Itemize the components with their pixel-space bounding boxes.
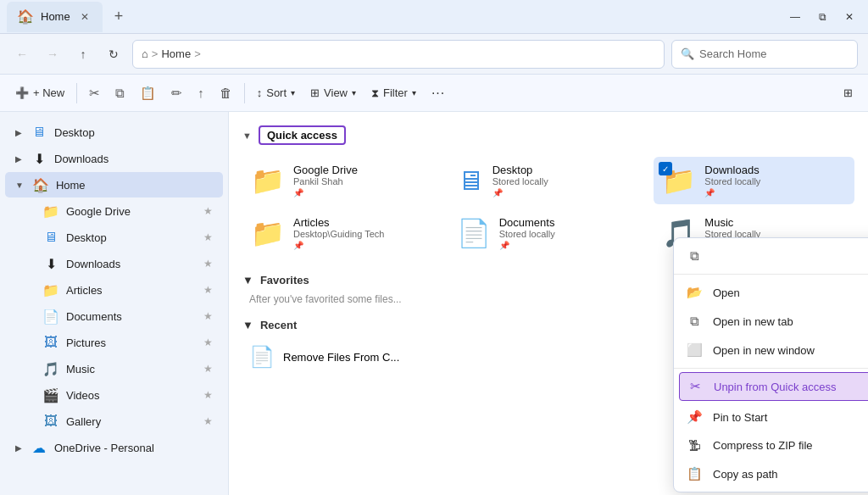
favorites-label: Favorites — [260, 274, 309, 286]
cm-open-icon: 📂 — [686, 285, 703, 300]
cm-copy-path[interactable]: 📋 Copy as path Ctrl+Shift+C — [674, 459, 868, 488]
sidebar-item-google-drive[interactable]: 📁 Google Drive ★ — [5, 198, 223, 224]
active-tab[interactable]: 🏠 Home ✕ — [7, 2, 103, 32]
cm-open-new-window[interactable]: ⬜ Open in new window — [674, 336, 868, 364]
tab-home-icon: 🏠 — [17, 8, 34, 25]
cm-open-new-tab[interactable]: ⧉ Open in new tab — [674, 307, 868, 336]
documents-icon: 📄 — [42, 309, 59, 325]
back-button[interactable]: ← — [10, 42, 34, 66]
desktop-info: Desktop Stored locally 📌 — [492, 164, 548, 197]
pin-icon-documents: ★ — [203, 310, 213, 322]
sidebar-item-articles[interactable]: 📁 Articles ★ — [5, 277, 223, 303]
downloads-sidebar-icon: ⬇ — [31, 151, 47, 167]
cm-pin-label: Pin to Start — [713, 411, 868, 424]
cm-top-action[interactable]: ⧉ — [674, 242, 868, 270]
refresh-button[interactable]: ↻ — [102, 42, 125, 66]
sidebar-item-gallery[interactable]: 🖼 Gallery ★ — [5, 409, 223, 434]
sidebar-item-downloads2[interactable]: ⬇ Downloads ★ — [5, 251, 223, 276]
pin-icon-music: ★ — [203, 363, 213, 375]
sidebar-item-onedrive[interactable]: ▶ ☁ OneDrive - Personal — [5, 435, 223, 460]
expand-arrow-desktop: ▶ — [15, 128, 22, 137]
downloads-sub: Stored locally — [704, 176, 760, 186]
sidebar-item-videos[interactable]: 🎬 Videos ★ — [5, 382, 223, 408]
cm-pin-icon: 📌 — [686, 409, 703, 425]
new-button[interactable]: ➕ + New — [8, 80, 71, 107]
paste-button[interactable]: 📋 — [133, 80, 163, 107]
sidebar-item-music[interactable]: 🎵 Music ★ — [5, 356, 223, 381]
videos-icon: 🎬 — [42, 387, 59, 403]
cm-open-label: Open — [713, 286, 868, 299]
folder-articles[interactable]: 📁 Articles Desktop\Guiding Tech 📌 — [242, 209, 443, 257]
sidebar-item-pictures[interactable]: 🖼 Pictures ★ — [5, 330, 223, 355]
forward-button[interactable]: → — [41, 42, 64, 66]
cm-unpin[interactable]: ✂ Unpin from Quick access — [679, 372, 868, 401]
pin-icon-desktop2: ★ — [203, 231, 213, 243]
downloads-folder-name: Downloads — [704, 164, 760, 176]
filter-button[interactable]: ⧗ Filter ▾ — [364, 80, 423, 107]
google-drive-name: Google Drive — [293, 164, 358, 176]
view-chevron: ▾ — [352, 88, 356, 97]
expand-arrow-onedrive: ▶ — [15, 443, 22, 453]
sort-button[interactable]: ↕ Sort ▾ — [250, 80, 302, 107]
breadcrumb-current: Home — [161, 47, 191, 60]
minimize-button[interactable]: — — [783, 8, 807, 26]
more-button[interactable]: ··· — [425, 80, 452, 107]
sidebar-label-downloads: Downloads — [54, 153, 108, 165]
folder-documents[interactable]: 📄 Documents Stored locally 📌 — [448, 209, 649, 257]
quick-access-header[interactable]: ▼ Quick access — [242, 125, 854, 145]
sort-chevron: ▾ — [291, 88, 295, 97]
cut-button[interactable]: ✂ — [82, 80, 107, 107]
folder-google-drive[interactable]: 📁 Google Drive Pankil Shah 📌 — [242, 157, 443, 204]
sidebar-item-home[interactable]: ▼ 🏠 Home — [5, 172, 223, 197]
delete-icon: 🗑 — [220, 86, 232, 100]
up-button[interactable]: ↑ — [71, 42, 95, 66]
more-icon: ··· — [431, 86, 445, 101]
rename-icon: ✏ — [171, 86, 182, 101]
cm-pin-start[interactable]: 📌 Pin to Start — [674, 403, 868, 431]
delete-button[interactable]: 🗑 — [213, 80, 239, 107]
articles-pin: 📌 — [293, 241, 384, 250]
quick-access-title: Quick access — [259, 125, 346, 145]
share-button[interactable]: ↑ — [191, 80, 211, 107]
articles-folder-icon: 📁 — [251, 217, 285, 249]
sidebar-item-documents[interactable]: 📄 Documents ★ — [5, 303, 223, 329]
sidebar-item-desktop2[interactable]: 🖥 Desktop ★ — [5, 225, 223, 250]
sidebar-label-desktop2: Desktop — [66, 231, 107, 244]
music-icon: 🎵 — [42, 361, 59, 377]
view-label: View — [324, 86, 348, 99]
close-button[interactable]: ✕ — [837, 8, 861, 26]
desktop-sub: Stored locally — [492, 176, 548, 186]
recent-label: Recent — [260, 319, 297, 331]
share-icon: ↑ — [198, 86, 204, 100]
view-button[interactable]: ⊞ View ▾ — [303, 80, 363, 107]
copy-button[interactable]: ⧉ — [108, 80, 131, 107]
documents-info: Documents Stored locally 📌 — [499, 216, 555, 250]
documents-sub: Stored locally — [499, 229, 555, 239]
cut-icon: ✂ — [89, 86, 100, 101]
music-folder-name: Music — [704, 216, 760, 229]
desktop-folder-name: Desktop — [492, 164, 548, 176]
articles-sub: Desktop\Guiding Tech — [293, 229, 384, 239]
new-label: + New — [33, 86, 64, 99]
content-area: ▼ Quick access 📁 Google Drive Pankil Sha… — [229, 112, 868, 495]
cm-sep0 — [674, 274, 868, 275]
sidebar-item-desktop[interactable]: ▶ 🖥 Desktop — [5, 120, 223, 145]
downloads-info: Downloads Stored locally 📌 — [704, 164, 760, 197]
breadcrumb-sep1: > — [152, 47, 159, 60]
sidebar-label-gallery: Gallery — [66, 415, 101, 428]
tab-close-button[interactable]: ✕ — [77, 9, 92, 25]
cm-open[interactable]: 📂 Open Enter — [674, 278, 868, 307]
cm-compress[interactable]: 🗜 Compress to ZIP file — [674, 431, 868, 459]
folder-desktop[interactable]: 🖥 Desktop Stored locally 📌 — [448, 157, 649, 204]
search-box[interactable]: 🔍 Search Home — [671, 40, 858, 69]
new-tab-button[interactable]: + — [109, 6, 129, 27]
restore-button[interactable]: ⧉ — [810, 8, 834, 26]
downloads-pin: 📌 — [704, 188, 760, 197]
sidebar-label-downloads2: Downloads — [66, 258, 120, 270]
sidebar-label-videos: Videos — [66, 389, 100, 402]
layout-toggle-button[interactable]: ⊞ — [837, 80, 860, 107]
rename-button[interactable]: ✏ — [164, 80, 189, 107]
folder-downloads[interactable]: ✓ 📁 Downloads Stored locally 📌 — [654, 157, 854, 204]
breadcrumb[interactable]: ⌂ > Home > — [132, 40, 665, 69]
sidebar-item-downloads[interactable]: ▶ ⬇ Downloads — [5, 146, 223, 171]
